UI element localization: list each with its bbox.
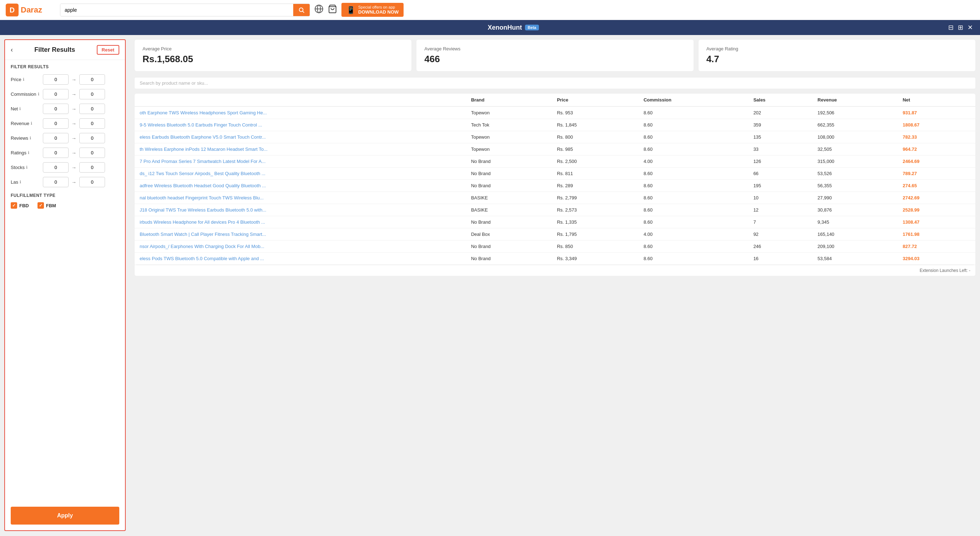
reviews-from-input[interactable] — [43, 133, 68, 143]
stocks-from-input[interactable] — [43, 162, 68, 172]
sales-cell: 16 — [748, 253, 813, 265]
commission-from-input[interactable] — [43, 89, 68, 99]
xenon-close-button[interactable]: ✕ — [967, 24, 973, 32]
filter-back-button[interactable]: ‹ — [11, 46, 13, 54]
search-input[interactable] — [60, 4, 293, 16]
filter-inputs-stocks: → — [43, 162, 119, 172]
col-sales: Sales — [748, 94, 813, 107]
product-name-cell[interactable]: J18 Original TWS True Wireless Earbuds B… — [135, 204, 466, 216]
table-row[interactable]: eless Earbuds Bluetooth Earphone V5.0 Sm… — [135, 131, 975, 143]
table-row[interactable]: nsor Airpods_/ Earphones With Charging D… — [135, 241, 975, 253]
fbd-checkbox-label[interactable]: ✓ FBD — [11, 202, 29, 209]
filter-title: Filter Results — [34, 46, 75, 54]
price-cell: Rs. 1,335 — [552, 216, 639, 228]
fulfillment-options: ✓ FBD ✓ FBM — [11, 202, 119, 209]
product-name-cell[interactable]: adfree Wireless Bluetooth Headset Good Q… — [135, 180, 466, 192]
table-row[interactable]: adfree Wireless Bluetooth Headset Good Q… — [135, 180, 975, 192]
product-name-cell[interactable]: ds_ i12 Tws Touch Sensor Airpods_ Best Q… — [135, 168, 466, 180]
net-info-icon[interactable]: ℹ — [19, 107, 21, 111]
table-row[interactable]: eless Pods TWS Bluetooth 5.0 Compatible … — [135, 253, 975, 265]
revenue-cell: 209,100 — [813, 241, 897, 253]
reviews-to-input[interactable] — [79, 133, 105, 143]
product-name-cell[interactable]: Bluetooth Smart Watch | Call Player Fitn… — [135, 228, 466, 241]
brand-cell: No Brand — [466, 216, 552, 228]
price-cell: Rs. 811 — [552, 168, 639, 180]
product-name-cell[interactable]: irbuds Wireless Headphone for All device… — [135, 216, 466, 228]
right-content: Average Price Rs.1,568.05 Average Review… — [130, 35, 980, 535]
commission-cell: 4.00 — [639, 155, 748, 168]
product-name-cell[interactable]: eless Earbuds Bluetooth Earphone V5.0 Sm… — [135, 131, 466, 143]
net-cell: 2528.99 — [897, 204, 975, 216]
las-info-icon[interactable]: ℹ — [20, 180, 21, 184]
table-row[interactable]: Bluetooth Smart Watch | Call Player Fitn… — [135, 228, 975, 241]
filter-content: FILTER RESULTS Price ℹ → Commission ℹ → — [5, 60, 125, 501]
stocks-info-icon[interactable]: ℹ — [26, 165, 27, 170]
apply-button[interactable]: Apply — [11, 507, 119, 525]
product-name-cell[interactable]: oth Earphone TWS Wireless Headphones Spo… — [135, 107, 466, 119]
fbm-checkbox[interactable]: ✓ — [38, 202, 44, 209]
fbm-checkbox-label[interactable]: ✓ FBM — [38, 202, 56, 209]
net-from-input[interactable] — [43, 104, 68, 114]
ratings-from-input[interactable] — [43, 148, 68, 158]
product-name-cell[interactable]: 9-5 Wireless Bluetooth 5.0 Earbuds Finge… — [135, 119, 466, 131]
filter-section-title: FILTER RESULTS — [11, 64, 119, 69]
xenon-minimize-button[interactable]: ⊟ — [948, 24, 954, 32]
product-search-bar: Search by product name or sku... — [134, 77, 976, 89]
commission-info-icon[interactable]: ℹ — [38, 92, 39, 96]
filter-inputs-price: → — [43, 74, 119, 85]
revenue-to-input[interactable] — [79, 118, 105, 129]
cart-button[interactable] — [328, 4, 337, 16]
revenue-info-icon[interactable]: ℹ — [31, 121, 32, 126]
xenon-title: XenonHunt Beta — [488, 24, 539, 32]
globe-button[interactable] — [314, 4, 324, 16]
stocks-to-input[interactable] — [79, 162, 105, 172]
revenue-cell: 53,584 — [813, 253, 897, 265]
reviews-info-icon[interactable]: ℹ — [30, 136, 31, 140]
sales-cell: 359 — [748, 119, 813, 131]
search-bar[interactable] — [60, 3, 310, 16]
sales-cell: 202 — [748, 107, 813, 119]
las-to-input[interactable] — [79, 177, 105, 187]
price-cell: Rs. 289 — [552, 180, 639, 192]
price-cell: Rs. 2,500 — [552, 155, 639, 168]
table-row[interactable]: ds_ i12 Tws Touch Sensor Airpods_ Best Q… — [135, 168, 975, 180]
xenon-maximize-button[interactable]: ⊞ — [958, 24, 963, 32]
table-row[interactable]: J18 Original TWS True Wireless Earbuds B… — [135, 204, 975, 216]
price-info-icon[interactable]: ℹ — [23, 77, 24, 82]
filter-row-las: Las ℹ → — [11, 177, 119, 187]
fbd-checkbox[interactable]: ✓ — [11, 202, 17, 209]
table-row[interactable]: oth Earphone TWS Wireless Headphones Spo… — [135, 107, 975, 119]
net-cell: 2464.69 — [897, 155, 975, 168]
col-price: Price — [552, 94, 639, 107]
revenue-from-input[interactable] — [43, 118, 68, 129]
product-name-cell[interactable]: eless Pods TWS Bluetooth 5.0 Compatible … — [135, 253, 466, 265]
table-row[interactable]: 9-5 Wireless Bluetooth 5.0 Earbuds Finge… — [135, 119, 975, 131]
logo: D Daraz — [6, 3, 56, 16]
price-from-input[interactable] — [43, 74, 68, 85]
data-table-container: Brand Price Commission Sales Revenue Net… — [134, 93, 976, 276]
product-name-cell[interactable]: nsor Airpods_/ Earphones With Charging D… — [135, 241, 466, 253]
search-button[interactable] — [293, 4, 310, 16]
net-to-input[interactable] — [79, 104, 105, 114]
promo-banner[interactable]: 📱 Special offers on app DOWNLOAD NOW — [341, 3, 404, 17]
product-name-cell[interactable]: th Wireless Earphone inPods 12 Macaron H… — [135, 143, 466, 155]
commission-cell: 8.60 — [639, 119, 748, 131]
table-row[interactable]: th Wireless Earphone inPods 12 Macaron H… — [135, 143, 975, 155]
ratings-info-icon[interactable]: ℹ — [28, 150, 29, 155]
filter-row-ratings: Ratings ℹ → — [11, 148, 119, 158]
price-cell: Rs. 2,799 — [552, 192, 639, 204]
filter-inputs-reviews: → — [43, 133, 119, 143]
ratings-to-input[interactable] — [79, 148, 105, 158]
xenon-actions: ⊟ ⊞ ✕ — [948, 24, 973, 32]
commission-to-input[interactable] — [79, 89, 105, 99]
avg-price-label: Average Price — [143, 46, 404, 51]
las-from-input[interactable] — [43, 177, 68, 187]
reset-button[interactable]: Reset — [97, 45, 119, 55]
product-name-cell[interactable]: 7 Pro And Promax Series 7 Smartwatch Lat… — [135, 155, 466, 168]
product-name-cell[interactable]: nal bluetooth headset Fingerprint Touch … — [135, 192, 466, 204]
table-row[interactable]: nal bluetooth headset Fingerprint Touch … — [135, 192, 975, 204]
table-row[interactable]: 7 Pro And Promax Series 7 Smartwatch Lat… — [135, 155, 975, 168]
price-to-input[interactable] — [79, 74, 105, 85]
table-row[interactable]: irbuds Wireless Headphone for All device… — [135, 216, 975, 228]
arrow-separator-4: → — [72, 121, 76, 126]
